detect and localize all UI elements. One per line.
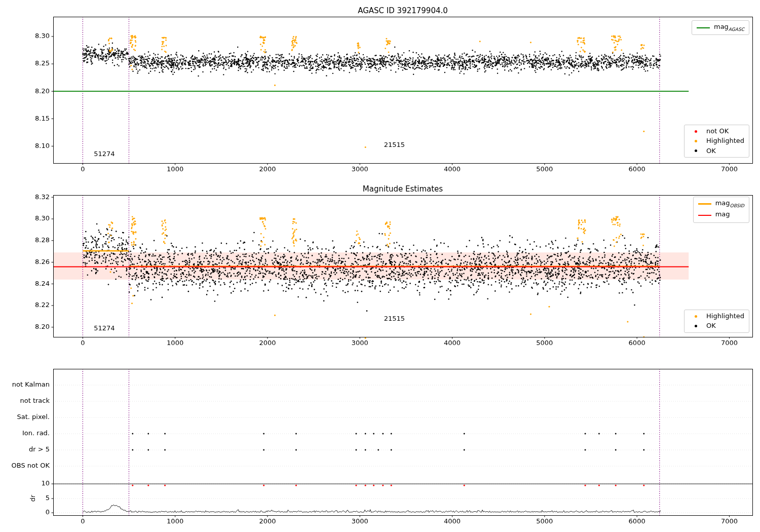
legend-entry-label: not OK — [706, 128, 729, 135]
legend-entry-mag-agasc: magAGASC — [697, 23, 744, 32]
chart1-legend-bottom: not OK Highlighted OK — [684, 125, 749, 158]
legend-entry-label: Highlighted — [706, 137, 744, 144]
legend-entry-label: OK — [706, 322, 716, 329]
legend-entry-highlighted: Highlighted — [689, 313, 744, 320]
legend-entry-mag-obsid: magOBSID — [698, 200, 744, 208]
legend-entry-ok: OK — [689, 147, 744, 155]
highlighted-dot-swatch — [689, 138, 702, 143]
chart2-legend-top: magOBSID mag — [693, 197, 749, 223]
chart2-title: Magnitude Estimates — [53, 184, 752, 194]
magnitude-stats-figure: AGASC ID 392179904.0 Magnitude Estimates… — [0, 0, 760, 532]
legend-entry-mag: mag — [698, 211, 744, 219]
legend-entry-ok: OK — [689, 322, 744, 329]
legend-entry-label: magAGASC — [714, 23, 744, 32]
legend-entry-highlighted: Highlighted — [689, 137, 744, 144]
chart1-legend-top: magAGASC — [692, 20, 749, 35]
legend-entry-label: mag — [715, 211, 730, 219]
legend-entry-label: magOBSID — [715, 200, 744, 208]
highlighted-dot-swatch — [689, 314, 702, 319]
ok-dot-swatch — [689, 323, 702, 328]
mag-line-swatch — [698, 215, 711, 216]
legend-entry-label: Highlighted — [706, 313, 744, 320]
chart2-legend-bottom: Highlighted OK — [684, 310, 749, 333]
chart1-title: AGASC ID 392179904.0 — [53, 6, 752, 15]
figure-canvas — [0, 0, 760, 532]
not-ok-dot-swatch — [689, 129, 702, 134]
legend-entry-label: OK — [706, 147, 716, 155]
ok-dot-swatch — [689, 148, 702, 154]
mag-agasc-line-swatch — [697, 27, 710, 28]
legend-entry-not-ok: not OK — [689, 128, 744, 135]
mag-obsid-line-swatch — [698, 203, 711, 205]
